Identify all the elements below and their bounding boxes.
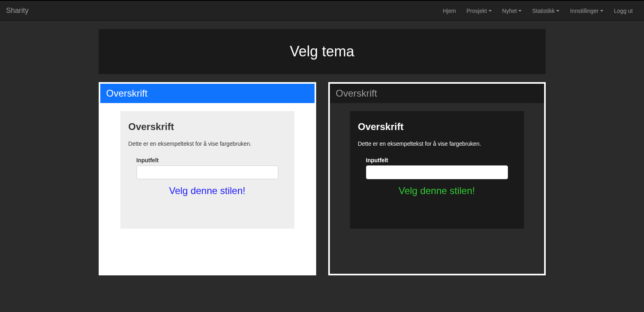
sample-text: Dette er en eksempeltekst for å vise far… <box>358 141 516 147</box>
panel-light: Overskrift Dette er en eksempeltekst for… <box>120 111 294 229</box>
nav-item-statistikk[interactable]: Statistikk <box>527 1 565 21</box>
card-header-dark: Overskrift <box>330 84 544 103</box>
nav-label: Nyhet <box>502 8 517 14</box>
chevron-down-icon <box>556 10 559 12</box>
nav-label: Statistikk <box>532 8 555 14</box>
card-header-light: Overskrift <box>100 84 315 103</box>
page-header: Velg tema <box>99 29 546 74</box>
nav-label: Prosjekt <box>466 8 487 14</box>
theme-card-dark: Overskrift Overskrift Dette er en eksemp… <box>328 82 546 275</box>
theme-row: Overskrift Overskrift Dette er en eksemp… <box>99 82 546 275</box>
nav-list: Hjem Prosjekt Nyhet Statistikk Innstilli… <box>438 1 638 21</box>
nav-label: Hjem <box>443 8 456 14</box>
sample-text: Dette er en eksempeltekst for å vise far… <box>128 141 286 147</box>
nav-item-innstillinger[interactable]: Innstillinger <box>565 1 609 21</box>
nav-item-prosjekt[interactable]: Prosjekt <box>461 1 497 21</box>
inner-heading: Overskrift <box>128 121 286 132</box>
navbar: Sharity Hjem Prosjekt Nyhet Statistikk I… <box>0 0 644 21</box>
nav-label: Innstillinger <box>570 8 598 14</box>
sample-input-light[interactable] <box>137 165 278 179</box>
chevron-down-icon <box>518 10 522 12</box>
main-container: Velg tema Overskrift Overskrift Dette er… <box>93 21 552 283</box>
page-title: Velg tema <box>107 43 538 60</box>
select-theme-dark-link[interactable]: Velg denne stilen! <box>358 185 516 196</box>
theme-card-light: Overskrift Overskrift Dette er en eksemp… <box>99 82 316 275</box>
outer-heading: Overskrift <box>336 88 538 99</box>
nav-label: Logg ut <box>614 8 633 14</box>
brand-link[interactable]: Sharity <box>6 1 29 21</box>
card-body-light: Overskrift Dette er en eksempeltekst for… <box>100 103 315 237</box>
theme-col-dark: Overskrift Overskrift Dette er en eksemp… <box>328 82 546 275</box>
select-theme-light-link[interactable]: Velg denne stilen! <box>128 185 286 196</box>
chevron-down-icon <box>489 10 492 12</box>
outer-heading: Overskrift <box>106 88 309 99</box>
sample-input-dark[interactable] <box>366 165 508 179</box>
chevron-down-icon <box>600 10 603 12</box>
input-label: Inputfelt <box>137 157 278 163</box>
panel-dark: Overskrift Dette er en eksempeltekst for… <box>350 111 524 229</box>
input-label: Inputfelt <box>366 157 508 163</box>
nav-item-hjem[interactable]: Hjem <box>438 1 462 21</box>
card-body-dark: Overskrift Dette er en eksempeltekst for… <box>330 103 544 237</box>
inner-heading: Overskrift <box>358 121 516 132</box>
nav-item-nyhet[interactable]: Nyhet <box>497 1 527 21</box>
form-group-dark: Inputfelt <box>358 157 516 179</box>
form-group-light: Inputfelt <box>128 157 286 179</box>
theme-col-light: Overskrift Overskrift Dette er en eksemp… <box>99 82 316 275</box>
nav-item-loggut[interactable]: Logg ut <box>609 1 638 21</box>
